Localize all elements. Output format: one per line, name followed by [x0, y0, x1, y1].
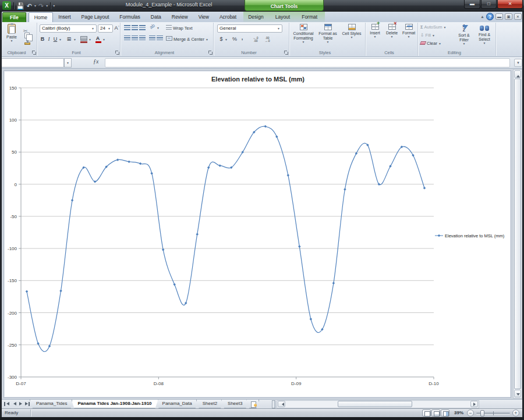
align-middle-icon[interactable]	[132, 25, 138, 30]
sort-filter-dropdown-icon[interactable]: ▼	[454, 42, 474, 45]
align-right-icon[interactable]	[139, 35, 146, 41]
delete-cells-dropdown-icon[interactable]: ▼	[384, 35, 400, 38]
fill-button[interactable]: ⇩ Fill ▼	[420, 33, 435, 38]
align-center-icon[interactable]	[132, 35, 138, 41]
wrap-text-button[interactable]: Wrap Text	[166, 25, 193, 31]
ribbon-tab-format[interactable]: Format	[296, 12, 323, 22]
borders-button[interactable]: ⊞	[65, 35, 73, 43]
excel-logo-icon[interactable]: X	[2, 1, 11, 10]
previous-sheet-icon[interactable]	[10, 401, 16, 407]
chart-sheet[interactable]: 150100500-50-100-150-200-250-300D-07D-08…	[3, 70, 511, 398]
last-sheet-icon[interactable]	[24, 401, 30, 407]
name-box-dropdown-icon[interactable]: ▼	[64, 58, 72, 67]
workbook-restore-icon[interactable]: ▣	[505, 13, 512, 20]
format-cells-button[interactable]: Format ▼	[401, 24, 417, 38]
conditional-formatting-dropdown-icon[interactable]: ▼	[291, 41, 316, 44]
sort-filter-button[interactable]: AZ Sort & Filter ▼	[454, 24, 474, 45]
horizontal-scrollbar[interactable]	[277, 400, 479, 408]
decrease-decimal-button[interactable]: .00→.0	[263, 37, 272, 42]
zoom-level[interactable]: 39%	[454, 410, 463, 415]
increase-decimal-button[interactable]: ←.0.00	[251, 37, 260, 42]
normal-view-button[interactable]	[422, 410, 431, 417]
clear-button[interactable]: Clear ▼	[420, 41, 441, 46]
conditional-formatting-button[interactable]: Conditional Formatting ▼	[291, 24, 316, 44]
next-sheet-icon[interactable]	[17, 401, 23, 407]
font-name-dropdown-icon[interactable]: ▼	[91, 25, 94, 32]
copy-button[interactable]	[23, 32, 31, 39]
zoom-slider-thumb[interactable]	[480, 410, 484, 417]
name-box[interactable]	[1, 58, 64, 67]
sheet-tab-sheet2[interactable]: Sheet2	[196, 400, 224, 408]
workbook-close-icon[interactable]: ✕	[514, 13, 522, 20]
font-size-combo[interactable]: 24 ▼	[98, 24, 113, 33]
find-select-dropdown-icon[interactable]: ▼	[475, 42, 494, 45]
format-as-table-dropdown-icon[interactable]: ▼	[316, 41, 339, 44]
ribbon-tab-view[interactable]: View	[193, 12, 214, 22]
orientation-icon[interactable]: ab	[148, 23, 155, 30]
ribbon-tab-page-layout[interactable]: Page Layout	[76, 12, 115, 22]
sheet-tab-panama-data[interactable]: Panama_Data	[156, 400, 199, 408]
zoom-out-button[interactable]: −	[467, 410, 474, 417]
restore-button[interactable]: □	[481, 0, 497, 9]
cell-styles-dropdown-icon[interactable]: ▼	[341, 36, 363, 39]
zoom-in-button[interactable]: +	[512, 410, 519, 417]
delete-cells-button[interactable]: Delete ▼	[384, 24, 400, 38]
currency-dropdown-icon[interactable]: ▼	[225, 38, 228, 41]
underline-dropdown-icon[interactable]: ▼	[59, 38, 62, 41]
redo-dropdown-icon[interactable]: ▾	[46, 2, 48, 10]
ribbon-tab-file[interactable]: File	[2, 12, 26, 22]
fill-color-icon[interactable]	[80, 36, 87, 41]
format-cells-dropdown-icon[interactable]: ▼	[401, 35, 417, 38]
scroll-down-icon[interactable]	[514, 390, 521, 397]
customize-qat-icon[interactable]: ▾	[53, 2, 55, 10]
horizontal-scroll-thumb[interactable]	[338, 401, 412, 407]
align-left-icon[interactable]	[124, 35, 130, 41]
undo-icon[interactable]: ↶	[27, 2, 32, 10]
sheet-tab-panama-tides-jan-1908-jan-1910[interactable]: Panama Tides Jan-1908-Jan-1910	[72, 400, 158, 408]
close-button[interactable]: ✕	[497, 0, 523, 9]
ribbon-tab-data[interactable]: Data	[146, 12, 167, 22]
percent-button[interactable]: %	[231, 35, 238, 43]
format-painter-button[interactable]	[23, 41, 31, 47]
insert-cells-dropdown-icon[interactable]: ▼	[367, 35, 383, 38]
ribbon-tab-insert[interactable]: Insert	[53, 12, 76, 22]
scroll-left-icon[interactable]	[278, 401, 285, 407]
bold-button[interactable]: B	[40, 35, 45, 43]
orientation-dropdown-icon[interactable]: ▼	[157, 27, 160, 30]
ribbon-tab-design[interactable]: Design	[243, 12, 268, 22]
ribbon-tab-review[interactable]: Review	[167, 12, 193, 22]
grow-font-button[interactable]: Aʾ	[114, 24, 121, 32]
italic-button[interactable]: I	[47, 35, 51, 43]
format-as-table-button[interactable]: Format as Table ▼	[316, 24, 339, 44]
tab-scroll-splitter[interactable]	[272, 400, 275, 408]
find-select-button[interactable]: Find & Select ▼	[475, 24, 494, 45]
page-break-view-button[interactable]	[441, 410, 449, 417]
insert-cells-button[interactable]: Insert ▼	[367, 24, 383, 38]
increase-indent-icon[interactable]	[157, 35, 163, 41]
paste-dropdown-icon[interactable]: ▼	[2, 40, 21, 42]
merge-center-dropdown-icon[interactable]: ▼	[206, 38, 208, 41]
ribbon-tab-formulas[interactable]: Formulas	[114, 12, 145, 22]
merge-center-button[interactable]: Merge & Center ▼	[166, 36, 208, 42]
clipboard-dialog-launcher[interactable]	[31, 50, 36, 55]
sheet-tab-panama-tides[interactable]: Panama_Tides	[30, 400, 74, 408]
vertical-scrollbar[interactable]	[513, 69, 522, 398]
cell-styles-button[interactable]: Cell Styles ▼	[341, 24, 363, 39]
scroll-right-icon[interactable]	[470, 401, 478, 407]
font-size-dropdown-icon[interactable]: ▼	[108, 25, 111, 32]
font-name-combo[interactable]: Calibri (Body) ▼	[40, 24, 97, 33]
ribbon-tab-home[interactable]: Home	[29, 12, 54, 22]
undo-dropdown-icon[interactable]: ▾	[34, 2, 36, 10]
autosum-button[interactable]: Σ AutoSum ▼	[420, 24, 447, 30]
align-bottom-icon[interactable]	[139, 25, 146, 30]
fill-color-dropdown-icon[interactable]: ▼	[88, 38, 91, 41]
first-sheet-icon[interactable]	[3, 401, 9, 407]
fx-icon[interactable]: ƒx	[93, 58, 98, 65]
borders-dropdown-icon[interactable]: ▼	[73, 38, 76, 41]
expand-formula-bar-icon[interactable]: ▼	[514, 59, 522, 67]
comma-button[interactable]: ,	[240, 34, 245, 42]
decrease-indent-icon[interactable]	[149, 35, 155, 41]
ribbon-tab-layout[interactable]: Layout	[270, 12, 296, 22]
redo-icon[interactable]: ↷	[38, 2, 44, 10]
number-format-dropdown-icon[interactable]: ▼	[277, 25, 280, 32]
